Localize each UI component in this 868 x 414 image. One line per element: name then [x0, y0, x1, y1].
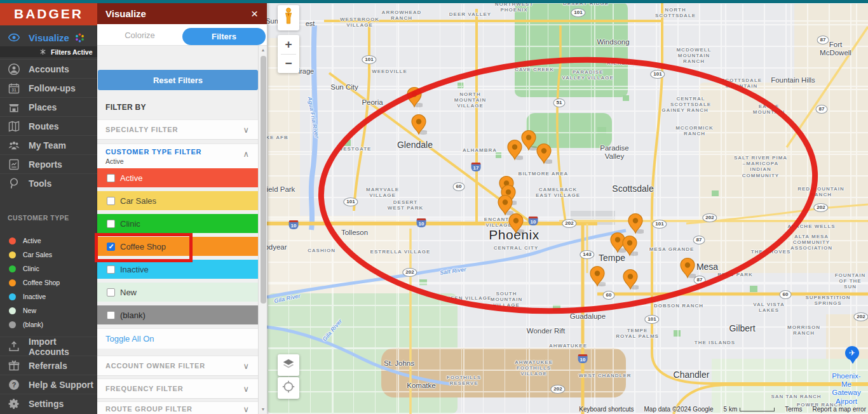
airport-marker[interactable]: ✈	[845, 346, 860, 365]
pegman-icon	[281, 7, 296, 29]
filter-row-inactive[interactable]: Inactive	[97, 260, 258, 279]
scale-bar	[740, 408, 775, 411]
accounts-icon	[8, 63, 20, 76]
map-canvas[interactable]: SunestriseirageWESTBROOK VILLAGEARROWHEA…	[267, 0, 868, 414]
sidebar-item-reports[interactable]: Reports	[0, 154, 97, 173]
sidebar-item-tools[interactable]: Tools	[0, 173, 97, 192]
map-pin[interactable]	[627, 213, 644, 234]
sidebar-item-import-accounts[interactable]: Import Accounts	[0, 337, 97, 356]
map-pin[interactable]	[506, 139, 523, 161]
legend-color-dot	[9, 321, 16, 328]
layers-control[interactable]	[278, 354, 299, 376]
map-label: MORRISON RANCH	[787, 324, 820, 336]
section-specialty-filter[interactable]: SPECIALTY FILTER	[97, 119, 258, 140]
sidebar-item-label: Help & Support	[29, 380, 93, 390]
map-pin[interactable]	[589, 265, 606, 287]
legend-item-new: New	[0, 304, 97, 317]
filter-row-label: Inactive	[120, 265, 149, 274]
map-label: Salt River	[440, 266, 467, 276]
sidebar-item-label: Settings	[29, 399, 64, 409]
map-label: WEST CHANDLER	[578, 373, 631, 378]
scrollbar-thumb[interactable]	[261, 56, 266, 304]
tools-icon	[8, 177, 20, 190]
map-pin[interactable]	[406, 86, 423, 108]
toggle-all-on-link[interactable]: Toggle All On	[105, 334, 154, 344]
checkbox-blank[interactable]	[107, 311, 115, 319]
tab-colorize[interactable]: Colorize	[97, 24, 182, 46]
followups-icon: 31	[8, 82, 20, 95]
checkbox-car-sales[interactable]	[107, 197, 115, 205]
map-label: ESTRELLA VILLAGE	[370, 249, 431, 255]
sidebar-item-filters-active[interactable]: Filters Active	[0, 46, 97, 57]
svg-text:31: 31	[11, 88, 17, 92]
map-pin[interactable]	[622, 269, 639, 290]
map-label: Gila River	[273, 293, 301, 305]
map-label: Gila River	[322, 318, 344, 343]
checkbox-new[interactable]	[107, 288, 115, 297]
zoom-in-button[interactable]: +	[278, 35, 299, 54]
legend-color-dot	[9, 237, 16, 244]
map-label: irage	[299, 67, 314, 76]
chevron-down-icon	[243, 404, 249, 414]
checkbox-coffee-shop[interactable]	[107, 243, 115, 251]
map-label: Gilbert	[729, 323, 755, 333]
route-shield: 101	[571, 8, 585, 17]
section-account-owner-filter[interactable]: ACCOUNT OWNER FILTER	[97, 356, 258, 376]
filter-row-clinic[interactable]: Clinic	[97, 214, 258, 233]
terms-link[interactable]: Terms	[785, 406, 802, 413]
sidebar-item-my-team[interactable]: My Team	[0, 135, 97, 154]
map-label: MESA GRANDE	[649, 246, 695, 252]
sidebar-item-accounts[interactable]: Accounts	[0, 59, 97, 78]
sidebar-item-referrals[interactable]: Referrals	[0, 356, 97, 375]
keyboard-shortcuts-link[interactable]: Keyboard shortcuts	[579, 406, 634, 413]
sidebar-item-routes[interactable]: Routes	[0, 116, 97, 135]
panel-scrollbar[interactable]	[258, 46, 267, 414]
sidebar-item-label: Visualize	[29, 32, 69, 43]
map-label: Sun	[267, 17, 278, 25]
checkbox-clinic[interactable]	[107, 220, 115, 228]
sidebar-item-follow-ups[interactable]: 31Follow-ups	[0, 78, 97, 97]
map-label: Chandler	[674, 370, 710, 380]
pegman-control[interactable]	[278, 5, 299, 30]
scroll-down-arrow[interactable]	[259, 405, 268, 414]
filters-active-icon	[39, 48, 46, 55]
filter-row-label: Active	[120, 173, 142, 183]
filter-row-coffee-shop[interactable]: Coffee Shop	[97, 237, 258, 256]
sidebar-item-settings[interactable]: Settings	[0, 394, 97, 413]
filter-row-new[interactable]: New	[97, 283, 258, 302]
section-frequency-filter[interactable]: FREQUENCY FILTER	[97, 378, 258, 399]
filter-row-active[interactable]: Active	[97, 168, 258, 187]
filter-row-blank[interactable]: (blank)	[97, 305, 258, 324]
map-label: Tolleson	[341, 229, 368, 237]
map-label: SALT RIVER PIMA –MARICOPA INDIAN COMMUNI…	[734, 155, 787, 178]
map-pin[interactable]	[410, 114, 427, 135]
settings-icon	[8, 397, 20, 410]
map-label: EAGLE MOUNTAIN	[753, 104, 785, 115]
checkbox-active[interactable]	[107, 174, 115, 182]
section-customer-type-filter[interactable]: CUSTOMER TYPE FILTER	[97, 144, 258, 169]
map-pin[interactable]	[508, 213, 524, 234]
map-pin[interactable]	[536, 143, 552, 164]
filter-row-label: New	[120, 288, 137, 297]
sidebar-item-places[interactable]: Places	[0, 97, 97, 116]
filter-row-car-sales[interactable]: Car Sales	[97, 191, 258, 210]
map-pin[interactable]	[679, 257, 696, 279]
close-icon[interactable]: ×	[251, 8, 258, 20]
legend-item-label: Active	[23, 237, 41, 244]
tab-filters[interactable]: Filters	[182, 28, 266, 45]
map-label: KE AFB	[267, 135, 288, 140]
sidebar-item-label: Accounts	[29, 64, 69, 74]
checkbox-inactive[interactable]	[107, 265, 115, 274]
section-label: SPECIALTY FILTER	[105, 126, 243, 133]
scroll-up-arrow[interactable]	[259, 46, 268, 55]
my-location-control[interactable]	[278, 377, 299, 399]
map-label: Komatke	[407, 382, 435, 390]
reset-filters-button[interactable]: Reset Filters	[98, 70, 258, 90]
report-error-link[interactable]: Report a map error	[813, 406, 866, 413]
sidebar-item-visualize[interactable]: Visualize	[0, 29, 97, 46]
sidebar-item-help-support[interactable]: ?Help & Support	[0, 375, 97, 394]
section-route-group-filter[interactable]: ROUTE GROUP FILTER	[97, 401, 258, 414]
route-shield: 202	[853, 312, 868, 321]
zoom-out-button[interactable]: −	[278, 55, 299, 74]
map-pin[interactable]	[621, 235, 638, 257]
